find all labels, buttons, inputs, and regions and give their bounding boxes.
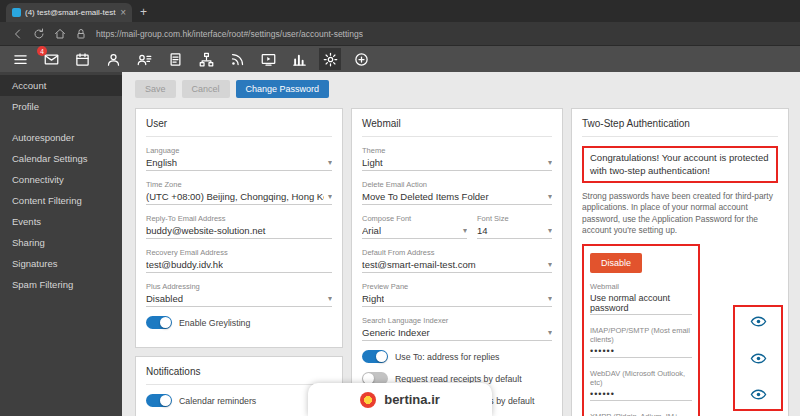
contacts-icon[interactable] [102,48,124,70]
sidebar-item-profile[interactable]: Profile [0,96,122,117]
webdav-password-value: •••••• [590,389,692,401]
preview-pane-select[interactable]: Right [362,293,552,307]
card-title: Webmail [362,118,552,137]
settings-sidebar: Account Profile Autoresponder Calendar S… [0,72,122,416]
back-icon[interactable] [12,28,24,40]
sidebar-item-events[interactable]: Events [0,211,122,232]
chevron-down-icon [548,260,552,269]
watermark: bertina.ir [308,383,492,416]
use-to-address-toggle[interactable] [362,350,388,363]
chat-icon[interactable] [133,48,155,70]
lock-icon [75,28,87,40]
sidebar-item-calendar-settings[interactable]: Calendar Settings [0,148,122,169]
webmail-password-value: Use normal account password [590,293,692,315]
column-user: User Language English Time Zone (UTC [135,108,343,416]
field-label: Reply-To Email Address [146,214,332,223]
show-xmpp-password-eye-icon[interactable] [750,386,767,403]
default-from-value: test@smart-email-test.com [362,259,476,270]
field-label: Search Language Indexer [362,316,552,325]
toggle-label: Use To: address for replies [395,352,499,362]
toggle-label: Calendar reminders [179,396,256,406]
sitemap-icon[interactable] [195,48,217,70]
indexer-select[interactable]: Generic Indexer [362,327,552,341]
sidebar-item-spam-filtering[interactable]: Spam Filtering [0,274,122,295]
field-label: Delete Email Action [362,180,552,189]
reply-to-input[interactable]: buddy@website-solution.net [146,225,332,239]
use-to-address-row: Use To: address for replies [362,350,552,363]
toggle-label: Enable Greylisting [179,318,250,328]
user-card: User Language English Time Zone (UTC [135,108,343,348]
home-icon[interactable] [54,28,66,40]
sidebar-item-connectivity[interactable]: Connectivity [0,169,122,190]
field-label: Font Size [477,214,552,223]
imap-password-value: •••••• [590,346,692,358]
page-body: Account Profile Autoresponder Calendar S… [0,72,800,416]
calendar-reminders-toggle[interactable] [146,394,172,407]
url-text[interactable]: https://mail-group.com.hk/interface/root… [96,29,363,39]
field-label: Webmail [590,282,692,291]
plus-addressing-select[interactable]: Disabled [146,293,332,307]
plus-addressing-field: Plus Addressing Disabled [146,282,332,307]
font-size-field: Font Size 14 [477,214,552,239]
theme-select[interactable]: Light [362,157,552,171]
notes-icon[interactable] [164,48,186,70]
default-from-field: Default From Address test@smart-email-te… [362,248,552,273]
calendar-reminders-row: Calendar reminders [146,394,332,407]
toggle-label: Request read receipts by default [395,374,522,384]
two-step-card: Two-Step Authentication Congratulations!… [571,108,789,416]
show-webdav-password-eye-icon[interactable] [750,350,767,367]
recovery-email-input[interactable]: test@buddy.idv.hk [146,259,332,273]
chevron-down-icon [548,328,552,337]
recovery-email-field: Recovery Email Address test@buddy.idv.hk [146,248,332,273]
actions-row: Save Cancel Change Password [135,80,792,98]
recovery-email-value: test@buddy.idv.hk [146,259,223,270]
sidebar-item-sharing[interactable]: Sharing [0,232,122,253]
change-password-button[interactable]: Change Password [236,80,330,98]
mail-icon[interactable]: 4 [40,48,62,70]
disable-two-step-button[interactable]: Disable [590,253,642,273]
congrats-text: Congratulations! Your account is protect… [590,152,770,177]
refresh-icon[interactable] [33,28,45,40]
plus-addressing-value: Disabled [146,293,183,304]
greylisting-toggle[interactable] [146,316,172,329]
show-imap-password-eye-icon[interactable] [750,313,767,330]
delete-action-field: Delete Email Action Move To Deleted Item… [362,180,552,205]
add-plus-circle-icon[interactable] [350,48,372,70]
card-title: Two-Step Authentication [582,118,778,137]
save-button[interactable]: Save [135,80,176,98]
field-label: Default From Address [362,248,552,257]
field-label: Language [146,146,332,155]
delete-action-select[interactable]: Move To Deleted Items Folder [362,191,552,205]
compose-font-select[interactable]: Arial [362,225,467,239]
new-tab-button[interactable] [140,5,147,19]
sidebar-item-account[interactable]: Account [0,75,122,96]
sidebar-item-signatures[interactable]: Signatures [0,253,122,274]
theme-field: Theme Light [362,146,552,171]
browser-tab[interactable]: (4) test@smart-email-test.com [6,3,132,22]
annotation-box-congrats: Congratulations! Your account is protect… [582,146,778,183]
card-title: Notifications [146,366,332,385]
app-toolbar: 4 [0,46,800,72]
reports-icon[interactable] [288,48,310,70]
greylisting-row: Enable Greylisting [146,316,332,329]
sidebar-item-autoresponder[interactable]: Autoresponder [0,127,122,148]
cancel-button[interactable]: Cancel [182,80,230,98]
tab-close-icon[interactable] [120,8,126,18]
language-select[interactable]: English [146,157,332,171]
delete-action-value: Move To Deleted Items Folder [362,191,489,202]
sidebar-item-content-filtering[interactable]: Content Filtering [0,190,122,211]
compose-font-field: Compose Font Arial [362,214,467,239]
default-from-select[interactable]: test@smart-email-test.com [362,259,552,273]
font-size-select[interactable]: 14 [477,225,552,239]
settings-gear-icon[interactable] [319,48,341,70]
column-webmail: Webmail Theme Light Delete Email Action [351,108,563,416]
calendar-icon[interactable] [71,48,93,70]
theme-value: Light [362,157,383,168]
chevron-down-icon [328,294,332,303]
media-icon[interactable] [257,48,279,70]
rss-feeds-icon[interactable] [226,48,248,70]
timezone-select[interactable]: (UTC +08:00) Beijing, Chongqing, Hong Ko… [146,191,332,205]
watermark-text: bertina.ir [384,392,440,407]
hamburger-menu-icon[interactable] [9,48,31,70]
chevron-down-icon [548,226,552,235]
